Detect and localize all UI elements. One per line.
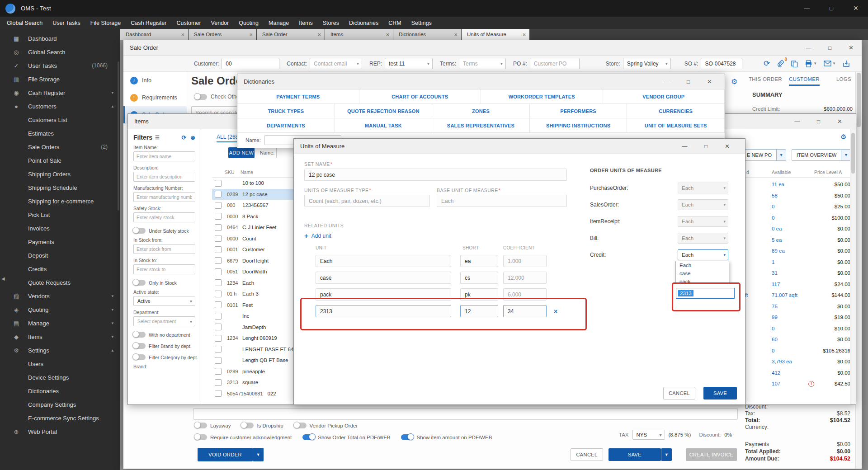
dictionaries-window-titlebar[interactable]: Dictionaries — □ × bbox=[237, 74, 725, 89]
toggle-switch[interactable] bbox=[302, 434, 315, 440]
row-checkbox[interactable] bbox=[215, 324, 222, 330]
available-value[interactable]: 412 bbox=[772, 370, 780, 376]
available-value[interactable]: 31 bbox=[772, 270, 778, 276]
menu-item[interactable]: Manage bbox=[264, 17, 294, 29]
row-checkbox[interactable] bbox=[215, 346, 222, 352]
dictionary-tile[interactable]: DEPARTMENTS bbox=[237, 118, 335, 133]
sku-column-header[interactable]: SKU bbox=[225, 169, 235, 175]
stock-row[interactable]: 117 $24.00 bbox=[745, 279, 850, 290]
close-icon[interactable] bbox=[315, 31, 321, 38]
name-column-header[interactable]: Name bbox=[241, 169, 253, 175]
row-checkbox[interactable] bbox=[215, 301, 222, 308]
document-tab[interactable]: Items bbox=[325, 29, 393, 40]
menu-item[interactable]: Customer bbox=[171, 17, 206, 29]
add-unit-button[interactable]: + Add unit bbox=[304, 232, 331, 240]
toggle-switch[interactable] bbox=[133, 228, 146, 234]
minimize-icon[interactable]: — bbox=[798, 40, 819, 55]
row-checkbox[interactable] bbox=[215, 268, 222, 275]
stock-row[interactable]: 5 ea $0.00 bbox=[745, 235, 850, 246]
menu-item[interactable]: Stores bbox=[318, 17, 344, 29]
unit-input[interactable]: case bbox=[316, 272, 451, 284]
sidebar-item[interactable]: Credits bbox=[0, 262, 120, 276]
new-po-button[interactable]: E NEW PO ▼ bbox=[742, 149, 786, 161]
toggle-switch[interactable] bbox=[133, 343, 146, 349]
filter-input[interactable] bbox=[133, 212, 195, 222]
dictionary-tile[interactable]: SALES REPRESENTATIVES bbox=[432, 118, 530, 133]
row-checkbox[interactable] bbox=[215, 257, 222, 264]
close-icon[interactable] bbox=[383, 31, 389, 38]
available-value[interactable]: 0 bbox=[772, 215, 774, 221]
maximize-icon[interactable]: □ bbox=[819, 40, 840, 55]
filter-input[interactable] bbox=[133, 192, 195, 202]
menu-item[interactable]: Global Search bbox=[2, 17, 47, 29]
toggle-switch[interactable] bbox=[133, 332, 146, 338]
close-icon[interactable] bbox=[451, 31, 458, 38]
toggle-switch[interactable] bbox=[133, 354, 146, 360]
sidebar-item[interactable]: Estimates bbox=[0, 127, 120, 140]
coefficient-input[interactable]: 1.000 bbox=[503, 255, 547, 267]
order-panel-tab[interactable]: THIS ORDER bbox=[749, 76, 782, 85]
available-value[interactable]: 0 bbox=[772, 326, 774, 331]
toggle-switch[interactable] bbox=[195, 423, 207, 428]
sidebar-item[interactable]: ◉ Cash Register ▼ bbox=[0, 86, 120, 99]
available-value[interactable]: 0 bbox=[772, 348, 774, 353]
available-value[interactable]: 11 ea bbox=[772, 182, 784, 187]
maximize-icon[interactable]: □ bbox=[808, 114, 829, 129]
dropdown-option[interactable]: Each bbox=[676, 261, 729, 269]
order-toggle[interactable]: Show Order Total on PDF/WEB bbox=[302, 434, 390, 440]
menu-item[interactable]: User Tasks bbox=[47, 17, 85, 29]
void-order-button[interactable]: VOID ORDER ▼ bbox=[198, 448, 264, 461]
menu-item[interactable]: File Storage bbox=[85, 17, 126, 29]
sidebar-item[interactable]: Company Settings bbox=[0, 398, 120, 411]
filter-toggle[interactable]: Filter Category by dept. bbox=[133, 354, 195, 360]
available-value[interactable]: 71.007 sqft bbox=[772, 292, 797, 298]
sidebar-item[interactable]: Shipping Schedule bbox=[0, 181, 120, 194]
item-overview-button[interactable]: ITEM OVERVIEW ▼ bbox=[792, 149, 851, 161]
order-toggle[interactable]: Vendor Pickup Order bbox=[294, 423, 358, 428]
dictionary-tile[interactable]: UNIT OF MEASURE SETS bbox=[627, 118, 725, 133]
order-toggle[interactable]: Require customer acknowledgment bbox=[195, 434, 292, 440]
new-po-caret-icon[interactable]: ▼ bbox=[776, 150, 786, 160]
so-number-input[interactable] bbox=[701, 58, 742, 69]
rep-select[interactable]: test 11 bbox=[385, 58, 433, 69]
save-caret-icon[interactable]: ▼ bbox=[661, 448, 672, 461]
toggle-switch[interactable] bbox=[195, 434, 207, 440]
delete-unit-icon[interactable]: × bbox=[554, 308, 557, 315]
close-icon[interactable]: × bbox=[717, 139, 738, 154]
available-value[interactable]: 107 bbox=[772, 381, 780, 386]
row-checkbox[interactable] bbox=[215, 224, 222, 231]
sidebar-item[interactable]: Quote Requests bbox=[0, 276, 120, 289]
sidebar-item[interactable]: Deposit bbox=[0, 249, 120, 262]
filter-toggle[interactable]: Only in Stock bbox=[133, 280, 195, 286]
dropdown-option[interactable]: case bbox=[676, 269, 729, 277]
stock-row[interactable]: 58 $50.00 bbox=[745, 190, 850, 202]
sidebar-item[interactable]: Shipping Orders bbox=[0, 167, 120, 181]
order-toggle[interactable]: Is Dropship bbox=[241, 423, 283, 428]
document-tab[interactable]: Units of Measure bbox=[462, 29, 529, 40]
stock-row[interactable]: 99 $19.00 bbox=[745, 312, 850, 323]
document-tab[interactable]: Dashboard bbox=[120, 29, 188, 40]
sidebar-item[interactable]: ▥ File Storage bbox=[0, 72, 120, 86]
base-unit-input[interactable]: Each bbox=[437, 195, 567, 207]
document-tab[interactable]: Sale Orders bbox=[189, 29, 256, 40]
stock-row[interactable]: 412 $0.00 bbox=[745, 367, 850, 379]
app-titlebar[interactable]: OMS - Test — □ × bbox=[0, 0, 868, 17]
filter-input[interactable] bbox=[133, 244, 195, 254]
sidebar-item[interactable]: ▦ Dashboard bbox=[0, 32, 120, 45]
available-value[interactable]: 3,793 ea bbox=[772, 359, 792, 364]
order-unit-select[interactable]: Each bbox=[678, 199, 728, 210]
dictionary-tile[interactable]: CURRENCIES bbox=[627, 104, 725, 118]
stock-row[interactable]: 0 $100.00 bbox=[745, 212, 850, 224]
email-icon[interactable]: ▼ bbox=[824, 61, 836, 66]
sidebar-item[interactable]: Device Settings bbox=[0, 371, 120, 384]
available-value[interactable]: 89 ea bbox=[772, 248, 785, 254]
dictionary-tile[interactable]: WORKORDER TEMPLATES bbox=[481, 89, 603, 104]
available-column-header[interactable]: Available bbox=[772, 169, 791, 175]
sidebar-scrollbar-thumb[interactable] bbox=[118, 61, 119, 211]
close-icon[interactable]: × bbox=[829, 114, 850, 129]
customer-po-input[interactable] bbox=[530, 58, 580, 69]
coefficient-input[interactable]: 12.000 bbox=[503, 272, 547, 284]
dictionary-tile[interactable]: CHART OF ACCOUNTS bbox=[359, 89, 481, 104]
row-checkbox[interactable] bbox=[215, 379, 222, 386]
price-level-column-header[interactable]: Price Level A bbox=[814, 169, 842, 175]
